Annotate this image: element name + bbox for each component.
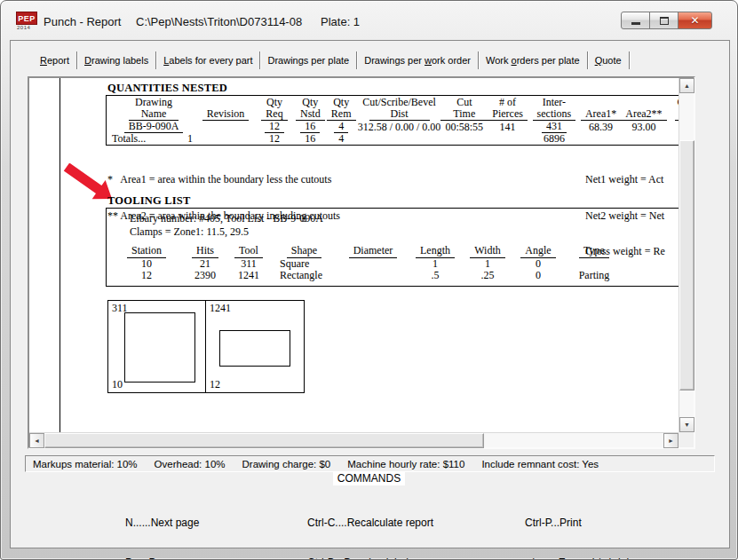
quantities-table-box: DrawingName Revision QtyReq QtyNstd QtyR…: [106, 95, 678, 146]
quantities-header-row: DrawingName Revision QtyReq QtyNstd QtyR…: [109, 97, 678, 121]
window-controls: ✕: [622, 12, 712, 29]
cell-totals-label: Totals...1: [109, 133, 198, 145]
tooling-header-row: Station Hits Tool Shape Diameter Length …: [109, 245, 625, 258]
minimize-icon: [631, 22, 640, 25]
tool-preview-311: 311 10: [108, 301, 206, 392]
include-remnant-cost: Include remnant cost: Yes: [481, 459, 599, 469]
tab-work-orders-per-plate[interactable]: Work orders per plate: [479, 51, 588, 69]
tab-label: eport: [47, 55, 69, 66]
vertical-scrollbar[interactable]: ▲ ▼: [678, 78, 694, 432]
scroll-down-button[interactable]: ▼: [679, 417, 694, 432]
station-number: 12: [210, 378, 220, 391]
net1-weight: Net1 weight = Act: [585, 174, 678, 186]
quantities-nested-heading: QUANTITIES NESTED: [107, 82, 227, 95]
col-tool: Tool: [226, 245, 271, 258]
tab-label: abels for every part: [169, 55, 252, 66]
tab-drawings-per-plate[interactable]: Drawings per plate: [260, 51, 357, 69]
overhead: Overhead: 10%: [155, 459, 226, 469]
quantities-table: DrawingName Revision QtyReq QtyNstd QtyR…: [109, 97, 678, 145]
cmd-drawing-labels: Ctrl-D...Drawing labels: [307, 556, 442, 560]
cell-shape: Rectangle: [271, 270, 337, 282]
col-area2: Area2**: [621, 97, 666, 121]
maximize-icon: [660, 17, 669, 25]
horizontal-scrollbar[interactable]: ◄ ►: [29, 432, 678, 447]
col-pierces: # ofPierces: [488, 97, 528, 121]
cell-angle: 0: [513, 258, 563, 271]
machine-hourly-rate: Machine hourly rate: $110: [347, 459, 464, 469]
tab-label: ork order: [432, 55, 471, 66]
cell-cost: N: [667, 121, 678, 133]
tab-label: rders per plate: [517, 55, 580, 66]
col-diameter: Diameter: [337, 245, 409, 258]
tab-label: Drawings per: [364, 55, 425, 66]
tab-label: rawing labels: [91, 55, 148, 66]
horizontal-scrollbar-thumb[interactable]: [44, 433, 484, 448]
cell-length: 1: [409, 258, 462, 271]
station-number: 10: [112, 378, 123, 391]
close-button[interactable]: ✕: [678, 12, 712, 29]
quantities-data-row: BB-9-090A 12 16 4 312.58 / 0.00 / 0.00 0…: [109, 121, 678, 133]
cell-qty-nstd: 16: [296, 121, 325, 133]
cmd-next-page: N......Next page: [125, 517, 213, 530]
cell-hits: 21: [184, 258, 226, 271]
cell-length: .5: [409, 270, 462, 282]
window-title: Punch - Report: [44, 15, 121, 28]
tab-strip: Report Drawing labels Labels for every p…: [33, 51, 630, 69]
tab-drawings-per-work-order[interactable]: Drawings per work order: [357, 51, 479, 69]
tab-report[interactable]: Report: [33, 51, 77, 69]
tab-quote[interactable]: Quote: [588, 51, 630, 69]
title-bar: PEP 2014 Punch - Report C:\Pep\Nests\Tri…: [1, 1, 737, 40]
tooling-box: Libary number: #405, Tool List - BB-9-09…: [106, 208, 678, 287]
cell-empty: [358, 133, 441, 145]
cell-empty: [667, 133, 678, 145]
square-tool-shape: [124, 312, 195, 383]
totals-label: Totals...: [112, 133, 146, 145]
cmd-print: Ctrl-P...Print: [525, 517, 631, 530]
cell-intersections: 431: [528, 121, 581, 133]
cell-station: 10: [109, 258, 184, 271]
close-icon: ✕: [690, 12, 699, 28]
col-cost: Cost perInclude: [667, 97, 678, 121]
drawing-charge: Drawing charge: $0: [242, 459, 331, 469]
tab-label: R: [40, 55, 47, 66]
maximize-button[interactable]: [649, 12, 678, 29]
tab-label: Drawings per plate: [267, 55, 349, 66]
tab-label: uote: [602, 55, 621, 66]
col-intersections: Inter-sections: [528, 97, 581, 121]
commands-column-3: Ctrl-P...Print +/-.......Expand / shrink…: [525, 490, 631, 560]
col-revision: Revision: [198, 97, 253, 121]
tab-labels-for-every-part[interactable]: Labels for every part: [156, 51, 260, 69]
cell-area1: 68.39: [581, 121, 621, 133]
cell-pierces: 141: [488, 121, 528, 133]
col-type: Type: [563, 245, 625, 258]
scroll-right-button[interactable]: ►: [663, 433, 678, 448]
minimize-button[interactable]: [621, 12, 650, 29]
commands-column-2: Ctrl-C....Recalculate report Ctrl-D...Dr…: [307, 490, 442, 560]
scrollbar-corner: [678, 432, 694, 447]
cell-total-req: 12: [253, 133, 296, 145]
tool-preview-1241: 1241 12: [206, 301, 304, 392]
scroll-up-button[interactable]: ▲: [679, 78, 694, 93]
tooling-row: 10 21 311 Square 1 1 0: [109, 258, 625, 271]
cell-empty: [488, 133, 528, 145]
cell-tool: 1241: [226, 270, 271, 282]
scroll-left-button[interactable]: ◄: [29, 433, 44, 448]
col-qty-rem: QtyRem: [325, 97, 358, 121]
tab-label: D: [84, 55, 91, 66]
cell-width: .25: [462, 270, 513, 282]
col-qty-req: QtyReq: [253, 97, 296, 121]
cell-name: BB-9-090A: [109, 121, 198, 133]
file-path: C:\Pep\Nests\Triton\D073114-08: [136, 15, 302, 28]
cell-total-nstd: 16: [296, 133, 325, 145]
app-logo-subtext: 2014: [17, 25, 30, 30]
cell-type: [563, 258, 625, 271]
tab-drawing-labels[interactable]: Drawing labels: [77, 51, 156, 69]
tool-preview-box: 311 10 1241 12: [107, 300, 305, 393]
col-cut-dist: Cut/Scribe/BevelDist: [358, 97, 441, 121]
quantities-totals-row: Totals...1 12 16 4 6896: [109, 133, 678, 145]
tooling-row: 12 2390 1241 Rectangle .5 .25 0 Parting: [109, 270, 625, 282]
col-width: Width: [462, 245, 513, 258]
cell-empty: [198, 133, 253, 145]
plate-label: Plate: 1: [321, 15, 360, 28]
vertical-scrollbar-thumb[interactable]: [679, 140, 694, 390]
